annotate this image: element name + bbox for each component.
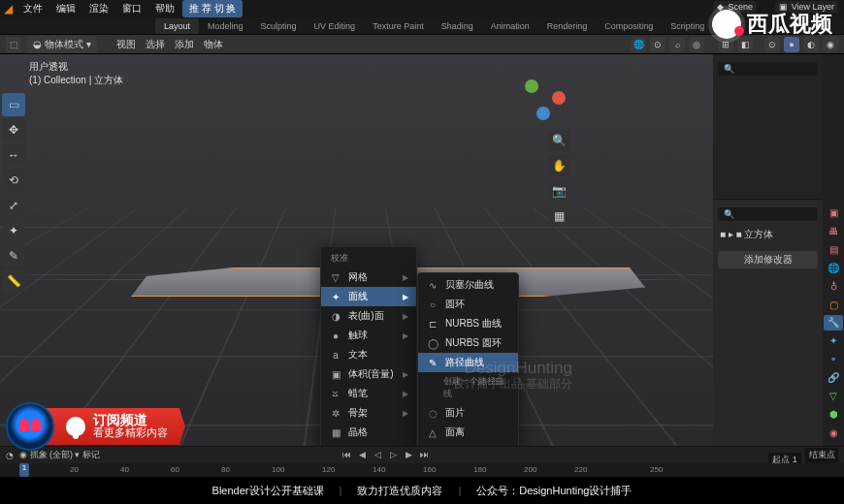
curve-submenu-item[interactable]: ◌面片: [418, 403, 518, 423]
tl-rewind-icon[interactable]: ⏮: [340, 448, 353, 461]
tl-play-icon[interactable]: ▷: [386, 448, 400, 461]
submenu-arrow-icon: ▶: [403, 370, 408, 379]
ptab-output-icon[interactable]: 🖶: [824, 223, 843, 239]
outliner-search[interactable]: 🔍: [718, 62, 818, 76]
menu-file[interactable]: 文件: [17, 0, 49, 17]
xigua-logo: 西瓜视频: [712, 10, 832, 39]
curve-submenu-item[interactable]: ⊏NURBS 曲线: [418, 314, 518, 333]
ws-tab-uv[interactable]: UV Editing: [306, 18, 365, 34]
nav-camera-icon[interactable]: 📷: [548, 180, 569, 202]
mode-selector[interactable]: ◒ 物体模式 ▾: [27, 36, 97, 53]
hdr-select[interactable]: 选择: [146, 38, 165, 51]
nav-gizmo[interactable]: [519, 74, 568, 122]
ws-tab-script[interactable]: Scripting: [662, 18, 713, 34]
menu-item-label: 网格: [348, 270, 368, 284]
channel-avatar: [6, 402, 54, 451]
ws-tab-shading[interactable]: Shading: [433, 18, 482, 34]
tl-prevkey-icon[interactable]: ◀: [355, 448, 369, 461]
gizmo-x[interactable]: [552, 91, 566, 105]
editor-type-icon[interactable]: ⬚: [6, 37, 21, 52]
properties-panel[interactable]: 🔍 ■ ▸ ■ 立方体 添加修改器: [713, 200, 823, 459]
tool-cursor[interactable]: ✥: [2, 118, 25, 142]
add-menu-item[interactable]: ▽网格▶: [321, 268, 416, 287]
timeline-ruler[interactable]: 1 20406080100120140160180200220250: [0, 463, 844, 478]
menu-window[interactable]: 窗口: [116, 0, 147, 17]
ruler-tick: 60: [171, 465, 179, 474]
add-menu-item[interactable]: ▣体积(音量)▶: [321, 364, 416, 384]
tl-dopesheet-icon[interactable]: ◔: [6, 451, 14, 460]
tool-annotate[interactable]: ✎: [2, 244, 25, 268]
menu-item-label: 触球: [348, 329, 368, 342]
nav-pan-icon[interactable]: ✋: [548, 155, 569, 176]
ptab-constraint-icon[interactable]: 🔗: [824, 369, 843, 386]
tl-nextkey-icon[interactable]: ▶: [402, 448, 415, 461]
hdr-add[interactable]: 添加: [175, 38, 194, 51]
ws-tab-texture[interactable]: Texture Paint: [364, 18, 433, 34]
ptab-particles-icon[interactable]: ✦: [824, 332, 843, 349]
grab-switch-button[interactable]: 推 荐 切 换: [182, 0, 243, 17]
menu-render[interactable]: 渲染: [83, 0, 114, 17]
playback-controls: ⏮ ◀ ◁ ▷ ▶ ⏭: [340, 448, 431, 461]
ptab-material-icon[interactable]: ◉: [824, 425, 843, 441]
3d-viewport[interactable]: 用户透视(1) Collection | 立方体 ▭ ✥ ↔ ⟲ ⤢ ✦ ✎ 📏…: [0, 54, 713, 459]
ws-tab-comp[interactable]: Compositing: [596, 18, 662, 34]
outliner[interactable]: 🔍: [713, 54, 823, 200]
tl-forward-icon[interactable]: ⏭: [417, 448, 431, 461]
tool-move[interactable]: ↔: [2, 143, 25, 167]
nav-persp-icon[interactable]: ▦: [548, 205, 569, 227]
tool-select[interactable]: ▭: [2, 93, 25, 116]
tool-transform[interactable]: ✦: [2, 219, 25, 242]
ruler-tick: 250: [650, 465, 663, 474]
menu-edit[interactable]: 编辑: [50, 0, 81, 17]
pivot-icon[interactable]: ⊙: [650, 37, 665, 52]
curve-submenu-item[interactable]: ○圆环: [418, 295, 518, 314]
curve-submenu-item[interactable]: ∿贝塞尔曲线: [418, 275, 518, 295]
add-menu-item[interactable]: ✦面线▶: [321, 287, 416, 306]
add-menu-item[interactable]: ▦晶格: [321, 423, 416, 442]
ws-tab-layout[interactable]: Layout: [155, 18, 199, 34]
tool-scale[interactable]: ⤢: [2, 194, 25, 217]
ws-tab-render[interactable]: Rendering: [538, 18, 597, 34]
nav-zoom-icon[interactable]: 🔍: [548, 130, 569, 151]
bell-icon: [66, 417, 85, 436]
orientation-icon[interactable]: 🌐: [631, 37, 646, 52]
add-menu-item[interactable]: ✲骨架▶: [321, 403, 416, 423]
curve-submenu-item[interactable]: △面离: [418, 423, 518, 442]
add-menu-item[interactable]: ◑表(曲)面▶: [321, 306, 416, 326]
add-modifier-button[interactable]: 添加修改器: [718, 251, 818, 268]
menu-item-icon: ●: [329, 331, 342, 341]
ptab-object-icon[interactable]: ▢: [824, 297, 843, 313]
object-name-row: ■ ▸ ■ 立方体: [718, 224, 818, 245]
tool-rotate[interactable]: ⟲: [2, 169, 25, 192]
hdr-object[interactable]: 物体: [204, 38, 223, 51]
tool-measure[interactable]: 📏: [2, 269, 25, 293]
gizmo-z[interactable]: [536, 107, 550, 120]
current-frame[interactable]: 1: [19, 463, 29, 477]
add-menu-item[interactable]: a文本: [321, 345, 416, 364]
properties-search[interactable]: 🔍: [718, 207, 818, 221]
proportional-icon[interactable]: ◎: [689, 37, 704, 52]
subscribe-overlay[interactable]: 订阅频道 看更多精彩内容: [6, 402, 185, 451]
ptab-mesh-icon[interactable]: ▽: [824, 388, 843, 404]
add-menu-header: 校准: [321, 249, 416, 268]
ws-tab-modeling[interactable]: Modeling: [199, 18, 252, 34]
hdr-view[interactable]: 视图: [116, 38, 136, 51]
watermark: DesignHunting 设计捕手出品·基础部分: [453, 361, 572, 392]
add-menu-item[interactable]: ద蜡笔▶: [321, 384, 416, 403]
ptab-world-icon[interactable]: ♁: [824, 278, 843, 295]
ptab-physics-icon[interactable]: ⚬: [824, 351, 843, 367]
gizmo-y[interactable]: [525, 79, 538, 93]
ws-tab-sculpting[interactable]: Sculpting: [252, 18, 306, 34]
tl-playrev-icon[interactable]: ◁: [371, 448, 384, 461]
ptab-view-icon[interactable]: ▤: [824, 241, 843, 258]
menu-help[interactable]: 帮助: [149, 0, 180, 17]
ptab-modifier-icon[interactable]: 🔧: [824, 315, 843, 331]
ptab-render-icon[interactable]: ▣: [824, 205, 843, 221]
ws-tab-anim[interactable]: Animation: [482, 18, 538, 34]
menu-item-icon: ▽: [329, 272, 342, 283]
ptab-scene-icon[interactable]: 🌐: [824, 260, 843, 276]
ptab-vertex-icon[interactable]: ⬢: [824, 406, 843, 423]
add-menu-item[interactable]: ●触球▶: [321, 326, 416, 345]
curve-submenu-item[interactable]: ◯NURBS 圆环: [418, 333, 518, 353]
snap-icon[interactable]: ⌕: [669, 37, 685, 52]
